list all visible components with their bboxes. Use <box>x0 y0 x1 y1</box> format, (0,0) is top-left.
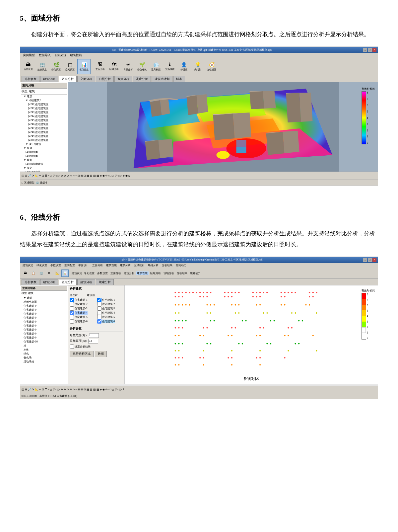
content-area-1: 平面分析(目标对焦度: 90.00) 有效时长(h) 8 7 6 5 <box>68 82 378 182</box>
toolbar-btn-building[interactable]: 🏢 建筑设定 <box>35 59 49 74</box>
svg-point-163 <box>203 357 204 358</box>
bottom-icon-label: ◫ ⊞ 🔎 ⟳ 📐 ✂ ⊡ ☰ ≡ △ ▽ ◁ ▷ ⊕ ⊖ ⊙ ≋ ∿ ≈ ⊟ … <box>22 174 130 177</box>
month-input[interactable] <box>89 333 99 338</box>
tb2-btn-4[interactable]: ⚙ <box>45 269 53 277</box>
height-input[interactable] <box>88 339 98 343</box>
tree-item: [4249]住宅建筑区 <box>21 134 67 138</box>
svg-marker-15 <box>250 91 264 109</box>
toolbar-btn-wind[interactable]: 💨 通风模拟 <box>149 59 163 74</box>
sidebar2-tab-building[interactable]: 建筑 <box>28 291 33 295</box>
menu2-item-9[interactable]: 区域统计 <box>133 264 146 267</box>
toolbar-btn-thermal[interactable]: 🌡 光热模拟 <box>163 59 176 74</box>
menu2-item-7[interactable]: 建筑性能 <box>105 264 118 267</box>
toolbar-btn-active[interactable]: 📊 项目信息 <box>77 59 91 74</box>
menu-item-4[interactable]: 建筑性能 <box>69 53 83 57</box>
cb-result-input[interactable] <box>70 344 74 349</box>
svg-point-44 <box>210 292 211 293</box>
analyze-button[interactable]: 执行分析区域 <box>70 351 94 357</box>
svg-point-62 <box>316 292 317 293</box>
tb2-btn-1[interactable]: 🏔 <box>22 269 29 277</box>
menu2-item-5[interactable]: 平面设计 <box>77 264 90 267</box>
svg-point-112 <box>214 320 215 321</box>
svg-point-69 <box>224 296 226 297</box>
win-minimize-1[interactable]: _ <box>363 48 367 52</box>
menu2-item-12[interactable]: 能耗动力 <box>175 264 187 267</box>
tab-region-analysis[interactable]: 区域分析 <box>59 76 77 82</box>
toolbar-btn-comfort[interactable]: 👤 舒适度 <box>177 59 190 74</box>
svg-point-139 <box>288 335 289 336</box>
menu-item-1[interactable]: 实例模型 <box>22 53 36 57</box>
tab2-arch[interactable]: 建筑分析 <box>77 279 95 285</box>
tab2-building[interactable]: 建筑分析 <box>40 279 58 285</box>
tree-item: [4308]水体 <box>21 150 67 154</box>
toolbar-btn-green[interactable]: 🌿 绿化设置 <box>49 59 63 74</box>
bottom-tab-region[interactable]: □ 区域模型 <box>22 181 34 185</box>
menu2-item-6[interactable]: 立面分析 <box>91 264 104 267</box>
tab-facade-analysis[interactable]: 立面分析 <box>77 76 95 82</box>
tree2-item: 地形坐标器 <box>21 300 67 304</box>
tree-item: ▼ [4312]建筑 <box>21 142 67 146</box>
svg-marker-10 <box>160 99 170 115</box>
menu2-item-1[interactable]: 建筑设定 <box>22 264 34 267</box>
tree2-item: 住宅建筑-0 <box>21 308 67 312</box>
svg-point-82 <box>185 304 186 305</box>
menu2-item-4[interactable]: 空间配置 <box>63 264 76 267</box>
svg-point-68 <box>206 296 208 297</box>
win-maximize-2[interactable]: □ <box>368 258 372 262</box>
tab2-plan[interactable]: 规建分析 <box>96 279 114 285</box>
win-controls-1[interactable]: _ □ × <box>363 48 376 52</box>
tree2-item: 住宅建筑-0 <box>21 320 67 324</box>
toolbar-btn-space[interactable]: ◫ 空间设置 <box>63 59 77 74</box>
tab-data[interactable]: 数据分析 <box>114 76 132 82</box>
svg-point-172 <box>231 364 232 365</box>
win-close-1[interactable]: × <box>372 48 376 52</box>
bottom-tab-building[interactable]: 🏢 建筑-1 <box>36 181 47 185</box>
svg-point-113 <box>242 320 243 321</box>
tb2-btn-5[interactable]: 📐 <box>53 269 61 277</box>
toolbar-btn-green2[interactable]: 🌱 绿色建筑 <box>135 59 149 74</box>
menu-item-3[interactable]: BIM/GIS <box>53 54 67 57</box>
win-maximize-1[interactable]: □ <box>368 48 372 52</box>
svg-point-156 <box>259 350 261 351</box>
toolbar-btn-sunshine[interactable]: ☀ 日照分析 <box>121 59 135 74</box>
win-minimize-2[interactable]: _ <box>363 258 367 262</box>
menu-item-2[interactable]: 数据导入 <box>37 53 52 57</box>
tab-compare[interactable]: 建筑比计划 <box>152 76 172 82</box>
sidebar-tab-model[interactable]: 模型 <box>22 89 28 94</box>
tab-city[interactable]: 城市 <box>173 76 185 82</box>
tb2-btn-2[interactable]: 📋 <box>30 269 37 277</box>
toolbar-btn-terrain[interactable]: 🏔 地形设置 <box>22 59 35 74</box>
tb2-btn-6[interactable]: 📊 <box>61 269 69 277</box>
tree-item: [4245]住宅建筑区 <box>21 118 67 122</box>
menu2-item-11[interactable]: 分析结果 <box>161 264 173 267</box>
sidebar2-tab-model[interactable]: 模型 <box>22 291 27 295</box>
menu2-item-10[interactable]: 场地分析 <box>147 264 160 267</box>
menu2-item-8[interactable]: 建筑分析 <box>119 264 132 267</box>
reset-button[interactable]: 数据 <box>95 351 107 357</box>
tree-item: [4310]住宅建筑区 <box>21 138 67 142</box>
tab2-region[interactable]: 区域分析 <box>59 279 77 285</box>
tab2-params[interactable]: 分析参数 <box>22 279 39 285</box>
toolbar-btn-view[interactable]: 🧭 方位视图 <box>205 59 218 74</box>
tb2-btn-3[interactable]: 🏢 <box>37 269 45 277</box>
main-area-1: 空间分组 模型 建筑 ▼ 建筑 ▼ 小区建筑 1 [4241]住宅建筑区 [42… <box>20 82 378 182</box>
win-controls-2[interactable]: _ □ × <box>363 258 376 262</box>
toolbar-btn-region[interactable]: 🗺 区域分析 <box>107 59 121 74</box>
menu2-item-3[interactable]: 参数设置 <box>49 264 62 267</box>
toolbar-btn-light[interactable]: 💡 光污染 <box>191 59 204 74</box>
sidebar-tab-building[interactable]: 建筑 <box>29 89 35 94</box>
tb2-label-active[interactable]: 建筑性能 <box>136 271 149 275</box>
tree2-item: 香化场 <box>21 356 67 360</box>
tab-analysis-params[interactable]: 分析参数 <box>22 76 39 82</box>
section-1-body: 创建分析平面，将会在所输入的平面高度的位置通过自绘的方式创建采样点范围进行网格划… <box>20 29 378 40</box>
sidebar-tree-2: ▼ 建筑 地形坐标器 住宅建筑-0 住宅建筑-0 住宅建筑-0 住宅建筑-0 住… <box>21 296 67 364</box>
tab-building-analysis[interactable]: 建筑分析 <box>40 76 58 82</box>
svg-marker-22 <box>233 113 251 138</box>
tab-sunshine[interactable]: 日照分析 <box>96 76 114 82</box>
win-close-2[interactable]: × <box>372 258 376 262</box>
tab-progress[interactable]: 进度分析 <box>133 76 151 82</box>
menu2-item-2[interactable]: 绿化设置 <box>35 264 48 267</box>
svg-point-116 <box>274 320 275 321</box>
svg-point-160 <box>178 357 179 358</box>
toolbar-btn-facade[interactable]: 🏗 立面分析 <box>94 59 107 74</box>
